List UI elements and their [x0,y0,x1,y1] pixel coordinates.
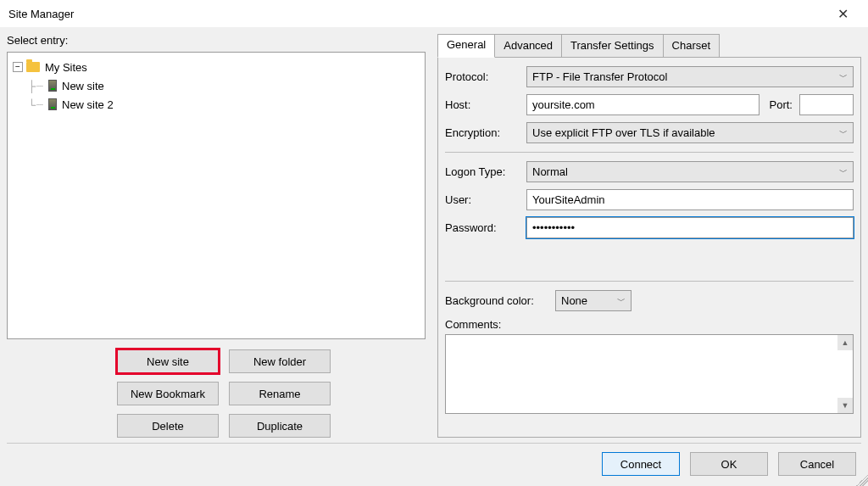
bgcolor-value: None [561,294,587,307]
new-folder-button[interactable]: New folder [229,349,331,373]
separator [445,152,854,153]
delete-button[interactable]: Delete [117,414,219,438]
tab-general[interactable]: General [437,34,495,58]
resize-grip-icon[interactable] [856,474,868,486]
bgcolor-dropdown[interactable]: None ﹀ [555,290,632,311]
server-icon [48,98,57,110]
logon-type-label: Logon Type: [445,165,526,178]
right-pane: General Advanced Transfer Settings Chars… [437,34,861,438]
left-button-grid: New site New folder New Bookmark Rename … [7,339,426,438]
new-site-button[interactable]: New site [117,349,219,373]
server-icon [48,80,57,92]
encryption-value: Use explicit FTP over TLS if available [532,126,715,139]
cancel-button[interactable]: Cancel [778,452,856,476]
duplicate-button[interactable]: Duplicate [229,414,331,438]
tab-advanced[interactable]: Advanced [495,34,562,58]
tab-transfer-settings[interactable]: Transfer Settings [562,34,664,58]
protocol-dropdown[interactable]: FTP - File Transfer Protocol ﹀ [526,66,854,87]
new-bookmark-button[interactable]: New Bookmark [117,382,219,405]
general-panel: Protocol: FTP - File Transfer Protocol ﹀… [437,57,861,438]
comments-label: Comments: [445,318,854,331]
port-label: Port: [770,98,793,111]
ok-button[interactable]: OK [690,452,768,476]
folder-icon [26,62,40,72]
encryption-label: Encryption: [445,126,526,139]
rename-button[interactable]: Rename [229,382,331,405]
logon-type-value: Normal [532,165,568,178]
main-content: Select entry: − My Sites ├┈ New site └┈ … [0,27,868,438]
tree-item[interactable]: └┈ New site 2 [13,95,420,114]
bottom-bar: Connect OK Cancel [0,444,868,484]
port-input[interactable] [799,94,854,115]
comments-textarea[interactable] [445,334,854,414]
chevron-down-icon: ﹀ [617,295,626,307]
chevron-down-icon: ﹀ [839,71,848,83]
tree-item-label: New site 2 [62,98,114,111]
tab-charset[interactable]: Charset [664,34,721,58]
protocol-value: FTP - File Transfer Protocol [532,70,667,83]
title-bar: Site Manager ✕ [0,0,868,27]
chevron-down-icon: ﹀ [839,127,848,139]
left-pane: Select entry: − My Sites ├┈ New site └┈ … [7,34,426,438]
comments-wrap: ▲ ▼ [445,334,854,414]
protocol-label: Protocol: [445,70,526,83]
collapse-icon[interactable]: − [13,62,23,72]
password-input[interactable] [526,217,854,238]
password-label: Password: [445,221,526,234]
scroll-down-icon[interactable]: ▼ [837,398,853,413]
window-title: Site Manager [8,8,74,20]
connect-button[interactable]: Connect [602,452,680,476]
scroll-up-icon[interactable]: ▲ [837,335,853,350]
site-tree[interactable]: − My Sites ├┈ New site └┈ New site 2 [7,52,426,339]
select-entry-label: Select entry: [7,34,426,47]
separator [445,281,854,282]
tree-root-label: My Sites [45,61,87,74]
tree-item-label: New site [62,80,104,92]
tree-item[interactable]: ├┈ New site [13,76,420,95]
encryption-dropdown[interactable]: Use explicit FTP over TLS if available ﹀ [526,122,854,143]
logon-type-dropdown[interactable]: Normal ﹀ [526,161,854,182]
host-label: Host: [445,98,526,111]
user-label: User: [445,193,526,206]
bgcolor-label: Background color: [445,294,555,307]
user-input[interactable] [526,189,854,210]
host-input[interactable] [526,94,760,115]
chevron-down-icon: ﹀ [839,166,848,178]
tabs-bar: General Advanced Transfer Settings Chars… [437,34,861,58]
tree-root-node[interactable]: − My Sites [13,58,420,76]
close-icon[interactable]: ✕ [826,6,860,22]
